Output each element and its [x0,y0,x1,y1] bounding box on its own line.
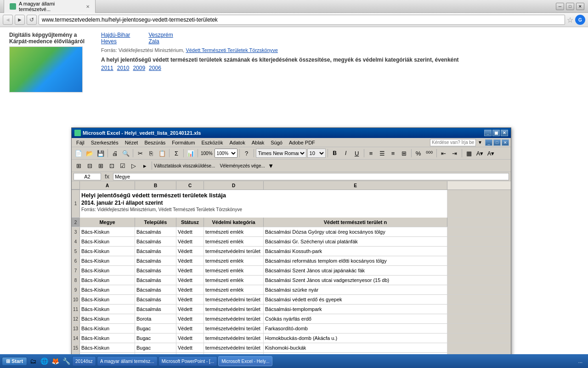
toolbar-chart[interactable]: 📊 [186,148,196,158]
toolbar-dropdown[interactable]: ▼ [266,161,276,171]
data-cell[interactable]: természetvédelmi terület [204,305,264,314]
data-cell[interactable]: Védett [176,256,204,265]
link-hajdu[interactable]: Hajdú-Bihar [101,32,130,38]
taskbar-item-browser[interactable]: A magyar állami termész... [97,356,158,366]
taskbar-icon-explorer[interactable]: 🗂 [28,356,38,366]
data-cell[interactable]: Homokbuckás-domb (Akácfa u.) [264,334,447,343]
menu-adobe[interactable]: Adobe PDF [286,139,318,146]
data-cell[interactable]: Bugac [135,334,176,343]
data-cell[interactable]: Védett [176,334,204,343]
bold-btn[interactable]: B [330,148,340,158]
data-cell[interactable]: Bácsalmás [135,256,176,265]
data-cell[interactable]: Bács-Kiskun [80,324,135,333]
align-right[interactable]: ≡ [388,148,398,158]
menu-beszuras[interactable]: Beszúrás [141,139,168,146]
data-cell[interactable]: természeti emlék [204,285,264,294]
menu-szerkesztes[interactable]: Szerkesztés [88,139,121,146]
close-btn[interactable]: ✕ [576,3,584,10]
data-cell[interactable]: Védett [176,295,204,304]
browser-tab[interactable]: A magyar állami természetvé... ✕ [4,0,96,14]
taskbar-item-excel[interactable]: Microsoft Excel - Hely... [218,356,272,366]
data-cell[interactable]: Bács-Kiskun [80,256,135,265]
excel-minimize-btn[interactable]: _ [484,130,492,136]
toolbar-help[interactable]: ? [242,148,252,158]
font-select[interactable]: Times New Roman [256,149,306,158]
header-kategoria[interactable]: Védelmi kategória [204,218,264,227]
font-size-select[interactable]: 10 [307,149,326,158]
data-cell[interactable]: Bácsalmás [135,247,176,256]
toolbar-paste[interactable]: 📋 [157,148,167,158]
col-header-b[interactable]: B [135,181,176,190]
toolbar-preview[interactable]: 🔍 [121,148,131,158]
taskbar-item-ppt[interactable]: Microsoft PowerPoint - [... [158,356,217,366]
data-cell[interactable]: Bácsalmási Kossuth-park [264,247,447,256]
col-header-d[interactable]: D [204,181,264,190]
menu-formatum[interactable]: Formátum [169,139,198,146]
toolbar-open[interactable]: 📂 [85,148,95,158]
minimize-btn[interactable]: ─ [556,3,564,10]
data-cell[interactable]: Bács-Kiskun [80,314,135,323]
tab-close-btn[interactable]: ✕ [86,4,90,9]
data-cell[interactable]: Bácsalmási-templompark [264,305,447,314]
data-cell[interactable]: Védett [176,285,204,294]
menu-sugo[interactable]: Súgó [268,139,285,146]
underline-btn[interactable]: U [352,148,362,158]
start-button[interactable]: ⊞ Start [2,357,27,366]
taskbar-icon-other[interactable]: 🔧 [61,356,71,366]
header-terulet[interactable]: Védett természeti terület n [264,218,447,227]
data-cell[interactable]: Védett [176,305,204,314]
excel-inner-minimize[interactable]: _ [485,139,492,146]
data-cell[interactable]: Bácsalmás [135,305,176,314]
source-link[interactable]: Védett Természeti Területek Törzskönyve [186,47,278,53]
header-megye[interactable]: Megye [80,218,135,227]
data-cell[interactable]: Bács-Kiskun [80,334,135,343]
data-cell[interactable]: természetvédelmi terület [204,295,264,304]
toolbar-icon4[interactable]: ⊡ [107,161,117,171]
data-cell[interactable]: Bácsalmási védett erdő és gyepek [264,295,447,304]
indent-increase[interactable]: ⇥ [450,148,460,158]
data-cell[interactable]: természetvédelmi terület [204,343,264,352]
data-cell[interactable]: Bácsalmás [135,227,176,236]
data-cell[interactable]: Csókás nyárfás erdő [264,314,447,323]
indent-decrease[interactable]: ⇤ [439,148,449,158]
data-cell[interactable]: természetvédelmi terület [204,314,264,323]
data-cell[interactable]: természeti emlék [204,276,264,285]
back-btn[interactable]: ◄ [3,15,13,25]
data-cell[interactable]: Bács-Kiskun [80,227,135,236]
menu-nezet[interactable]: Nézet [122,139,141,146]
data-cell[interactable]: Bács-Kiskun [80,343,135,352]
name-box[interactable] [74,173,101,180]
header-statusz[interactable]: Státusz [176,218,204,227]
bookmark-btn[interactable]: ☆ [567,16,573,24]
data-cell[interactable]: Kishomoki-buckák [264,343,447,352]
toolbar-icon7[interactable]: ▸ [140,161,150,171]
data-cell[interactable]: Védett [176,247,204,256]
taskbar-icon-firefox[interactable]: 🦊 [50,356,60,366]
formula-input[interactable] [113,173,509,180]
data-cell[interactable]: természetvédelmi terület [204,247,264,256]
toolbar-cut[interactable]: ✂ [135,148,145,158]
align-left[interactable]: ≡ [366,148,376,158]
col-header-a[interactable]: A [80,181,135,190]
data-cell[interactable]: Bácsalmás [135,285,176,294]
data-cell[interactable]: Bács-Kiskun [80,276,135,285]
data-cell[interactable]: Bácsalmás [135,295,176,304]
merge-center[interactable]: ⊞ [399,148,409,158]
data-cell[interactable]: természeti emlék [204,237,264,246]
data-cell[interactable]: Védett [176,276,204,285]
data-cell[interactable]: Bács-Kiskun [80,305,135,314]
data-cell[interactable]: Védett [176,314,204,323]
toolbar-new[interactable]: 📄 [74,148,84,158]
data-cell[interactable]: Bács-Kiskun [80,266,135,275]
data-cell[interactable]: Bácsalmási református templom előtti koc… [264,256,447,265]
fill-color-btn[interactable]: A▾ [475,148,485,158]
link-heves[interactable]: Heves [101,38,117,45]
address-bar[interactable] [39,15,565,25]
excel-search-input[interactable] [430,139,476,146]
maximize-btn[interactable]: □ [566,3,574,10]
toolbar-icon1[interactable]: ⊞ [74,161,84,171]
data-cell[interactable]: Bácsalmás [135,266,176,275]
border-btn[interactable]: ▦ [464,148,474,158]
col-header-e[interactable]: E [264,181,447,190]
toolbar-copy[interactable]: ⎘ [146,148,156,158]
